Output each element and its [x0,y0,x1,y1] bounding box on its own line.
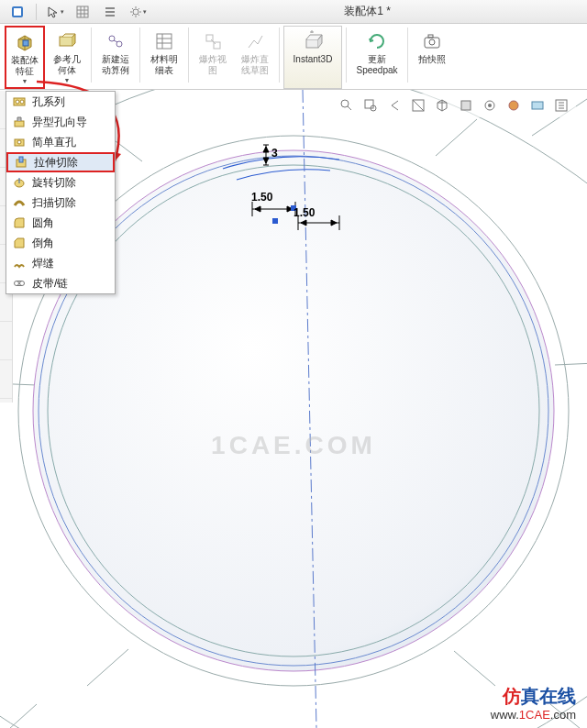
menu-item-weld-bead[interactable]: 焊缝 [6,253,115,273]
new-motion-study-button[interactable]: 新建运 动算例 [95,26,136,89]
svg-rect-8 [157,34,172,49]
menu-item-hole-wizard[interactable]: 异型孔向导 [6,112,115,132]
svg-point-21 [341,100,349,107]
dimension-value[interactable]: 1.50 [251,191,272,204]
svg-rect-11 [306,39,318,48]
separator [188,28,189,83]
camera-icon [421,30,443,52]
svg-rect-38 [19,157,23,162]
svg-point-41 [20,281,25,286]
document-title: 装配体1 * [153,4,581,19]
svg-rect-14 [428,35,433,38]
qat-logo[interactable] [6,3,29,21]
exploded-view-icon [202,30,224,52]
take-snapshot-button[interactable]: 拍快照 [412,26,452,89]
watermark-text: 1CAE.COM [211,431,376,460]
assembly-features-menu: 孔系列 异型孔向导 简单直孔 拉伸切除 旋转切除 扫描切除 圆角 倒角 焊缝 皮… [6,91,116,294]
svg-point-32 [16,100,19,104]
prev-view-icon[interactable] [384,96,404,115]
label: 参考几 何体 [53,54,81,76]
assembly-features-button[interactable]: 装配体 特征 ▼ [5,26,45,89]
svg-rect-5 [60,37,72,46]
label: 旋转切除 [32,175,76,191]
label: 孔系列 [32,94,65,110]
label: 倒角 [32,236,54,251]
svg-rect-34 [15,121,24,127]
separator [91,28,92,83]
hole-series-icon [12,94,27,109]
ribbon-toolbar: 装配体 特征 ▼ 参考几 何体 ▼ 新建运 动算例 材料明 细表 爆炸视 图 爆… [0,24,587,90]
menu-item-belt-chain[interactable]: 皮带/链 [6,273,115,293]
dimension-value[interactable]: 1.50 [294,206,315,219]
label: 焊缝 [32,256,54,271]
speedpak-icon [366,30,388,52]
wm: .com [550,708,576,722]
section-view-icon[interactable] [408,96,428,115]
label: 更新 Speedpak [356,54,397,76]
revolved-cut-icon [12,175,27,190]
view-settings-icon[interactable] [551,96,571,115]
zoom-area-icon[interactable] [360,96,381,115]
instant3d-icon [302,30,324,52]
chevron-down-icon: ▼ [64,77,71,84]
label: 爆炸视 图 [199,54,227,76]
reference-geometry-icon [56,30,78,52]
separator [36,4,37,20]
list-icon[interactable] [98,3,122,21]
exploded-line-sketch-button[interactable]: 爆炸直 线草图 [235,26,275,89]
svg-rect-20 [272,218,278,224]
label: 扫描切除 [32,195,76,211]
svg-point-27 [488,104,492,107]
edit-appearance-icon[interactable] [504,96,524,115]
extruded-cut-icon [14,155,28,170]
simple-hole-icon [12,135,27,149]
apply-scene-icon[interactable] [527,96,548,115]
menu-item-extruded-cut[interactable]: 拉伸切除 [6,152,115,172]
label: 新建运 动算例 [102,54,129,76]
dimension-value[interactable]: 3 [271,147,278,160]
cursor-tool-icon[interactable]: ▾ [43,3,67,21]
hide-show-icon[interactable] [480,96,500,115]
menu-item-swept-cut[interactable]: 扫描切除 [6,193,115,213]
menu-item-fillet[interactable]: 圆角 [6,213,115,233]
svg-point-36 [17,140,21,144]
svg-rect-25 [461,101,471,110]
bom-button[interactable]: 材料明 细表 [144,26,184,89]
label: Instant3D [294,54,333,65]
menu-item-simple-hole[interactable]: 简单直孔 [6,132,115,152]
view-orientation-icon[interactable] [432,96,452,115]
menu-item-revolved-cut[interactable]: 旋转切除 [6,172,115,193]
separator [407,28,408,83]
separator [139,28,140,83]
wm: www. [491,708,519,722]
reference-geometry-button[interactable]: 参考几 何体 ▼ [47,26,87,89]
hole-wizard-icon [12,115,27,129]
swept-cut-icon [12,195,27,210]
svg-point-3 [133,9,138,15]
wm: 1CAE [519,708,550,722]
label: 皮带/链 [32,276,68,292]
svg-point-13 [429,39,435,45]
display-style-icon[interactable] [456,96,476,115]
menu-item-chamfer[interactable]: 倒角 [6,233,115,253]
svg-point-33 [20,100,24,104]
svg-rect-2 [77,6,88,17]
gear-icon[interactable]: ▾ [126,3,150,21]
quick-access-toolbar: ▾ ▾ 装配体1 * [0,0,587,24]
label: 简单直孔 [32,135,76,150]
zoom-fit-icon[interactable] [337,96,357,115]
sketch-grid-icon[interactable] [71,3,94,21]
label: 拍快照 [418,54,446,65]
exploded-view-button[interactable]: 爆炸视 图 [193,26,233,89]
wm: 仿 [503,686,521,706]
separator [279,28,280,83]
wm: 真在线 [521,686,576,706]
assembly-features-icon [14,31,36,53]
update-speedpak-button[interactable]: 更新 Speedpak [350,26,404,89]
svg-rect-1 [14,8,21,16]
instant3d-button[interactable]: Instant3D [283,26,342,89]
menu-item-hole-series[interactable]: 孔系列 [6,92,115,112]
label: 圆角 [32,215,54,231]
label: 异型孔向导 [32,115,87,130]
svg-point-28 [509,101,518,110]
